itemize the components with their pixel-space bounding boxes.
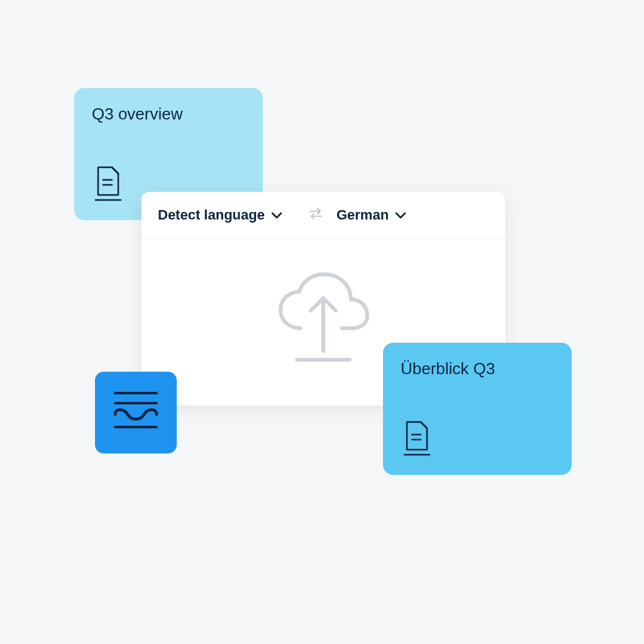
cloud-upload-icon <box>267 270 380 374</box>
translate-panel-header: Detect language German <box>142 192 505 238</box>
chevron-down-icon <box>395 207 406 223</box>
swap-languages-button[interactable] <box>308 207 324 223</box>
source-language-label: Detect language <box>158 207 265 223</box>
infinity-lines-icon <box>108 383 164 442</box>
chevron-down-icon <box>271 207 282 223</box>
document-icon <box>93 165 123 205</box>
document-icon <box>402 419 432 460</box>
source-language-select[interactable]: Detect language <box>158 207 282 223</box>
source-document-title: Q3 overview <box>92 104 245 124</box>
translation-memory-tile[interactable] <box>95 372 177 453</box>
target-document-title: Überblick Q3 <box>401 359 554 379</box>
swap-arrows-icon <box>308 207 324 223</box>
target-document-card[interactable]: Überblick Q3 <box>383 343 572 475</box>
target-language-label: German <box>336 207 389 223</box>
target-language-select[interactable]: German <box>336 207 406 223</box>
